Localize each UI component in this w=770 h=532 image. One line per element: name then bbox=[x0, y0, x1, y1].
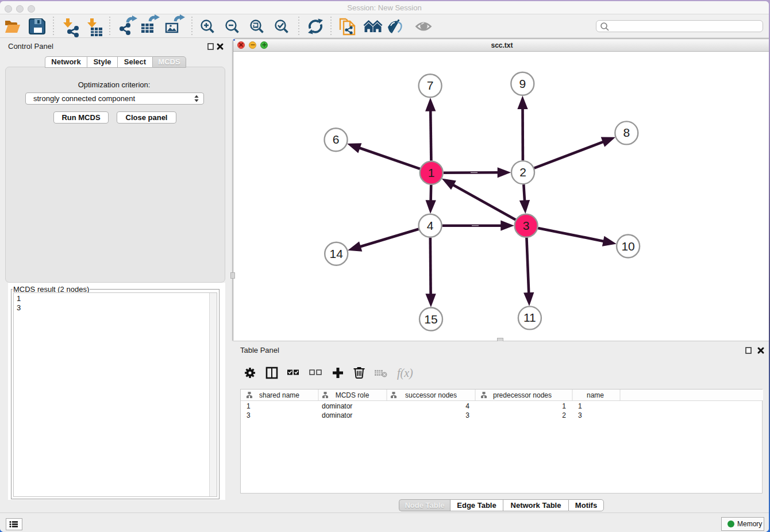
svg-text:14: 14 bbox=[330, 247, 344, 260]
svg-text:successor nodes: successor nodes bbox=[405, 391, 457, 399]
svg-text:11: 11 bbox=[523, 311, 536, 324]
svg-text:predecessor nodes: predecessor nodes bbox=[493, 391, 552, 399]
svg-text:15: 15 bbox=[424, 313, 437, 326]
svg-text:9: 9 bbox=[519, 77, 526, 90]
svg-text:MCDS role: MCDS role bbox=[336, 391, 369, 399]
svg-text:10: 10 bbox=[621, 240, 634, 253]
svg-text:2: 2 bbox=[519, 165, 526, 179]
svg-text:name: name bbox=[587, 391, 604, 399]
svg-text:7: 7 bbox=[427, 79, 434, 92]
svg-text:shared name: shared name bbox=[259, 391, 299, 399]
svg-text:6: 6 bbox=[333, 133, 340, 146]
svg-text:f(x): f(x) bbox=[397, 367, 413, 380]
svg-text:4: 4 bbox=[427, 219, 434, 232]
svg-text:8: 8 bbox=[623, 126, 630, 139]
svg-text:3: 3 bbox=[523, 219, 530, 232]
svg-text:1: 1 bbox=[428, 166, 435, 179]
